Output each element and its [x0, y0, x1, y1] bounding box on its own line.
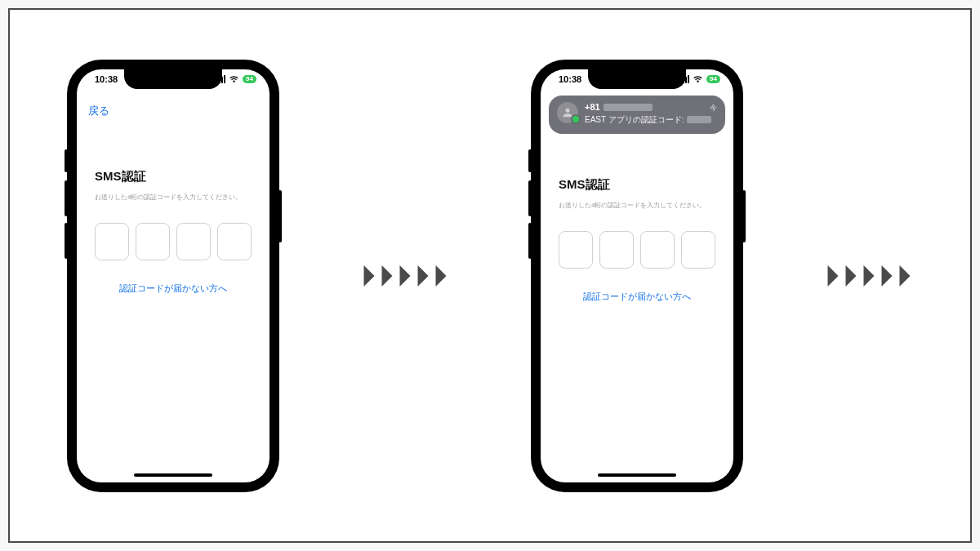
chevron-right-icon: [433, 265, 449, 287]
power-button: [278, 190, 282, 242]
chevron-right-icon: [415, 265, 431, 287]
code-inputs: [95, 223, 252, 260]
chevron-right-icon: [361, 265, 377, 287]
help-link[interactable]: 認証コードが届かない方へ: [583, 291, 691, 301]
notification-sender: +81: [585, 102, 653, 112]
code-input-3[interactable]: [640, 231, 675, 269]
notch: [124, 69, 222, 89]
notch: [588, 69, 686, 89]
status-icons: 94: [680, 74, 720, 84]
page-title: SMS認証: [559, 177, 715, 193]
status-time: 10:38: [554, 74, 581, 84]
messages-badge-icon: [571, 114, 581, 124]
page-subtitle: お送りした4桁の認証コードを入力してください。: [559, 201, 715, 210]
wifi-icon: [229, 74, 239, 84]
battery-icon: 94: [706, 75, 720, 83]
notification-time: 今: [710, 103, 717, 113]
diagram-canvas: 10:38 94 戻る SMS認証 お送りした4桁の認証コードを入力してください…: [8, 8, 972, 543]
page-title: SMS認証: [95, 169, 252, 184]
code-input-1[interactable]: [559, 231, 593, 269]
wifi-icon: [693, 74, 703, 84]
code-inputs: [559, 231, 715, 269]
help-link[interactable]: 認証コードが届かない方へ: [119, 283, 227, 293]
chevron-right-icon: [397, 265, 413, 287]
chevron-right-icon: [879, 265, 895, 287]
chevron-right-icon: [897, 265, 913, 287]
page-subtitle: お送りした4桁の認証コードを入力してください。: [95, 193, 252, 202]
home-indicator: [134, 473, 212, 477]
code-input-4[interactable]: [217, 223, 252, 260]
volume-up-button: [528, 180, 532, 216]
status-time: 10:38: [90, 74, 118, 84]
phone-1: 10:38 94 戻る SMS認証 お送りした4桁の認証コードを入力してください…: [67, 60, 279, 492]
code-input-2[interactable]: [136, 223, 170, 260]
notification-body: +81 今 EAST アプリの認証コード:: [585, 102, 717, 126]
arrow-chevrons-2: [825, 265, 913, 287]
app-content: 戻る SMS認証 お送りした4桁の認証コードを入力してください。 認証コードが届…: [77, 69, 270, 482]
status-icons: 94: [216, 74, 256, 84]
phone-screen: 10:38 94 戻る SMS認証 お送りした4桁の認証コードを入力してください…: [77, 69, 270, 482]
code-input-3[interactable]: [176, 223, 211, 260]
chevron-right-icon: [825, 265, 841, 287]
mute-switch: [65, 149, 68, 172]
phone-screen: 10:38 94: [541, 69, 733, 482]
phone-frame: 10:38 94: [531, 60, 743, 492]
battery-icon: 94: [243, 75, 256, 83]
arrow-chevrons-1: [361, 265, 449, 287]
code-input-2[interactable]: [599, 231, 634, 269]
phone-frame: 10:38 94 戻る SMS認証 お送りした4桁の認証コードを入力してください…: [67, 60, 279, 492]
chevron-right-icon: [843, 265, 859, 287]
notification-message: EAST アプリの認証コード:: [585, 114, 717, 126]
contact-avatar-icon: [557, 102, 578, 123]
volume-down-button: [65, 223, 68, 259]
mute-switch: [528, 149, 532, 172]
power-button: [742, 190, 746, 242]
phone-2: 10:38 94: [531, 60, 743, 492]
code-input-1[interactable]: [95, 223, 129, 260]
volume-down-button: [528, 223, 532, 259]
sms-notification[interactable]: +81 今 EAST アプリの認証コード:: [549, 96, 725, 134]
back-button[interactable]: 戻る: [77, 99, 270, 123]
volume-up-button: [65, 180, 68, 216]
code-input-4[interactable]: [681, 231, 715, 269]
chevron-right-icon: [379, 265, 395, 287]
home-indicator: [598, 473, 676, 477]
chevron-right-icon: [861, 265, 877, 287]
